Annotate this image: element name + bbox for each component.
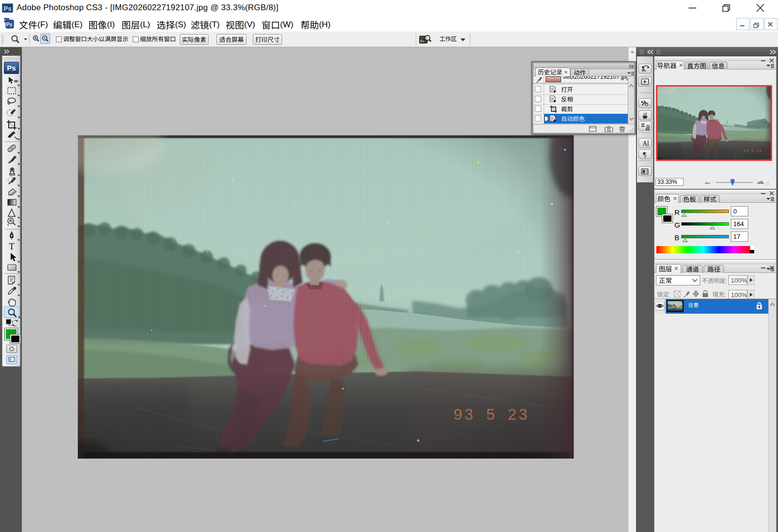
svg-text:Ps: Ps	[4, 5, 12, 12]
svg-text:Ps: Ps	[6, 21, 13, 27]
svg-text:Br: Br	[420, 39, 424, 43]
svg-text:A: A	[642, 140, 647, 147]
svg-text:¶: ¶	[643, 151, 646, 159]
svg-text:T: T	[9, 241, 15, 251]
